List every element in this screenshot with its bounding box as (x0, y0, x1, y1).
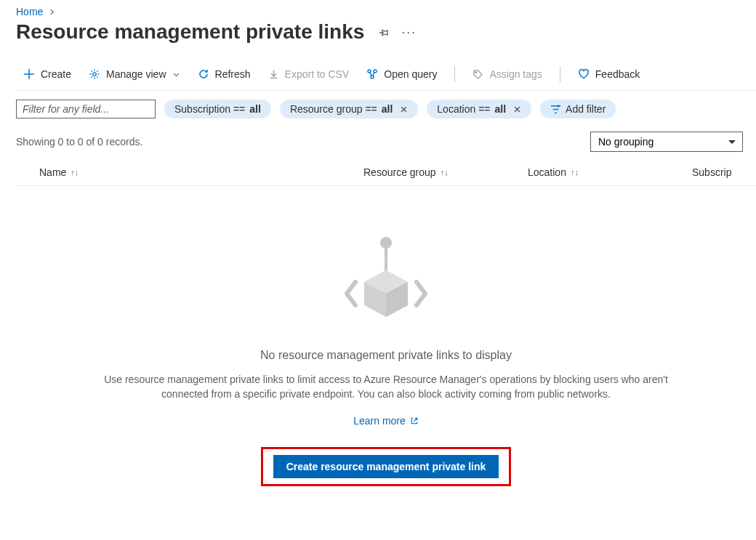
record-count-text: Showing 0 to 0 of 0 records. (16, 136, 142, 148)
filter-pill-value: all (249, 103, 261, 115)
close-icon[interactable] (400, 105, 408, 113)
empty-illustration-icon (342, 234, 430, 329)
open-query-button[interactable]: Open query (359, 65, 444, 83)
refresh-button[interactable]: Refresh (190, 65, 258, 83)
add-filter-button[interactable]: Add filter (540, 100, 616, 118)
filter-pill-subscription[interactable]: Subscription == all (164, 100, 271, 118)
breadcrumb-home[interactable]: Home (16, 6, 43, 17)
column-header-location[interactable]: Location ↑↓ (528, 166, 692, 178)
chevron-down-icon (172, 70, 180, 78)
heart-icon (578, 68, 590, 80)
gear-icon (89, 68, 100, 80)
sort-icon: ↑↓ (571, 168, 579, 177)
filter-pill-label: Subscription == (174, 103, 245, 115)
page-title: Resource management private links (16, 20, 364, 44)
sort-icon: ↑↓ (441, 168, 449, 177)
column-header-resource-group[interactable]: Resource group ↑↓ (363, 166, 528, 178)
svg-point-4 (475, 71, 477, 73)
svg-point-1 (368, 70, 371, 73)
more-icon[interactable]: ··· (401, 25, 417, 40)
svg-point-3 (371, 76, 374, 78)
add-filter-label: Add filter (566, 103, 606, 115)
manage-view-button[interactable]: Manage view (81, 65, 188, 83)
filter-icon (550, 104, 561, 115)
filter-pill-value: all (494, 103, 506, 115)
plus-icon (23, 68, 35, 80)
query-icon (366, 68, 378, 80)
learn-more-label: Learn more (353, 415, 406, 427)
filter-pill-location[interactable]: Location == all (427, 100, 531, 118)
export-csv-label: Export to CSV (285, 68, 350, 80)
svg-point-2 (374, 70, 377, 73)
column-header-name[interactable]: Name ↑↓ (39, 166, 363, 178)
external-link-icon (410, 416, 419, 425)
filter-row: Subscription == all Resource group == al… (16, 100, 756, 118)
svg-point-5 (380, 237, 392, 249)
column-label: Subscrip (692, 166, 731, 178)
filter-pill-value: all (382, 103, 393, 115)
breadcrumb: Home (16, 6, 756, 17)
column-header-subscription[interactable]: Subscrip (692, 166, 731, 178)
open-query-label: Open query (384, 68, 437, 80)
cta-highlight: Create resource management private link (261, 447, 512, 486)
toolbar-separator (560, 66, 560, 82)
create-label: Create (41, 68, 71, 80)
column-label: Resource group (363, 166, 436, 178)
feedback-button[interactable]: Feedback (571, 65, 647, 83)
filter-pill-resource-group[interactable]: Resource group == all (280, 100, 418, 118)
filter-pill-label: Resource group == (290, 103, 377, 115)
feedback-label: Feedback (595, 68, 640, 80)
svg-point-0 (93, 73, 96, 76)
toolbar: Create Manage view Refresh Export to CSV (16, 65, 756, 91)
export-csv-button: Export to CSV (261, 65, 357, 83)
empty-body: Use resource management private links to… (88, 372, 684, 402)
manage-view-label: Manage view (106, 68, 166, 80)
learn-more-link[interactable]: Learn more (353, 415, 419, 427)
tag-icon (472, 69, 483, 80)
create-button[interactable]: Create (16, 65, 79, 83)
svg-rect-6 (385, 247, 387, 273)
table-header: Name ↑↓ Resource group ↑↓ Location ↑↓ Su… (16, 156, 756, 186)
chevron-right-icon (49, 9, 55, 15)
pin-icon[interactable] (377, 26, 390, 39)
empty-heading: No resource management private links to … (260, 349, 512, 362)
create-private-link-button[interactable]: Create resource management private link (273, 455, 499, 478)
assign-tags-button: Assign tags (465, 65, 549, 83)
toolbar-separator (454, 66, 455, 82)
close-icon[interactable] (513, 105, 521, 113)
assign-tags-label: Assign tags (489, 68, 542, 80)
refresh-icon (198, 68, 209, 80)
empty-state: No resource management private links to … (16, 234, 756, 486)
refresh-label: Refresh (215, 68, 251, 80)
column-label: Name (39, 166, 66, 178)
grouping-select[interactable]: No grouping (590, 132, 743, 152)
filter-input[interactable] (16, 100, 156, 118)
column-label: Location (528, 166, 566, 178)
download-icon (268, 69, 279, 80)
sort-icon: ↑↓ (71, 168, 79, 177)
filter-pill-label: Location == (437, 103, 490, 115)
